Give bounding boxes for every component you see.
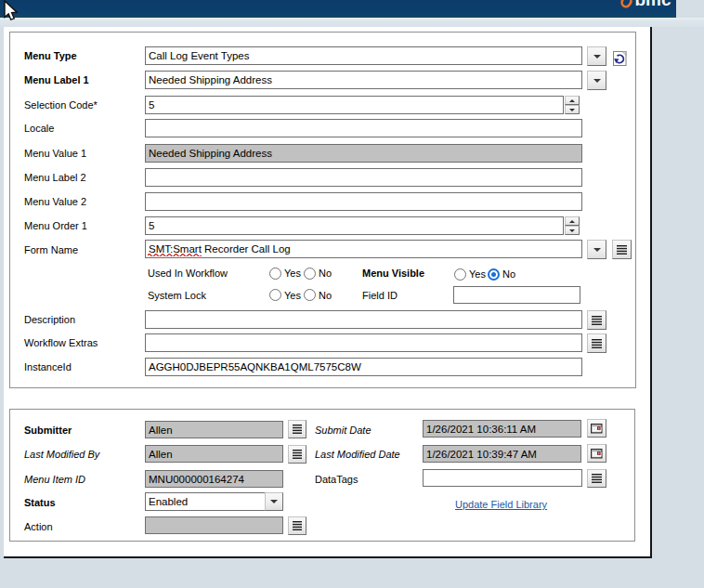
svg-text:bmc: bmc: [635, 0, 672, 9]
